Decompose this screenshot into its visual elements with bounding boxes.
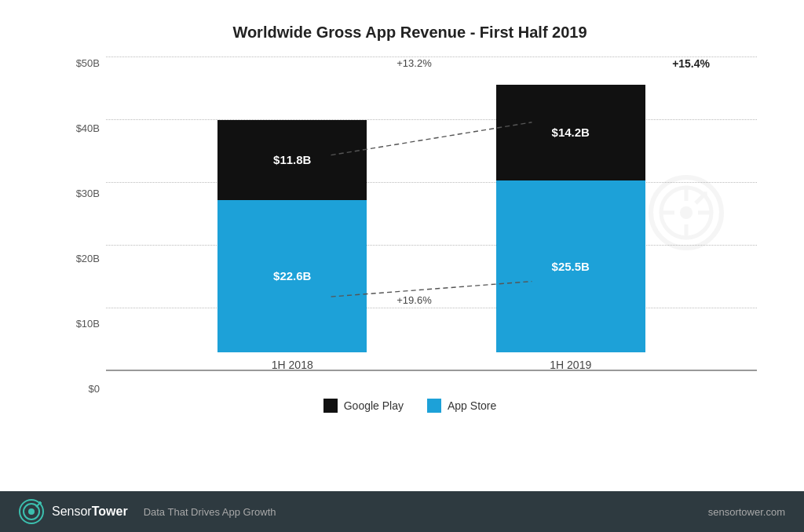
bar-group-2018: $22.6B $11.8B 1H 2018 xyxy=(217,120,367,371)
bar-2019-googleplay: $14.2B xyxy=(496,85,645,180)
footer-bar: SensorTower Data That Drives App Growth … xyxy=(0,491,804,532)
legend-box-googleplay xyxy=(323,399,338,413)
y-label-0: $0 xyxy=(63,383,106,395)
svg-point-4 xyxy=(680,206,693,219)
plot-area: $22.6B $11.8B 1H 2018 xyxy=(106,57,757,371)
y-label-40: $40B xyxy=(63,122,106,134)
sensortower-logo-icon xyxy=(19,499,44,524)
chart-area: Worldwide Gross App Revenue - First Half… xyxy=(0,0,804,491)
y-label-50: $50B xyxy=(63,57,106,69)
y-label-10: $10B xyxy=(63,318,106,330)
legend-box-appstore xyxy=(427,399,441,413)
legend-label-appstore: App Store xyxy=(448,399,496,412)
footer-left: SensorTower Data That Drives App Growth xyxy=(19,499,276,524)
svg-point-7 xyxy=(28,508,35,515)
chart-container: Worldwide Gross App Revenue - First Half… xyxy=(0,0,804,532)
footer-url: sensortower.com xyxy=(708,506,785,518)
grid-and-bars: $0 $10B $20B $30B $40B $50B xyxy=(63,57,757,395)
brand-sensor: Sensor xyxy=(52,505,92,518)
legend-item-appstore: App Store xyxy=(427,399,496,413)
growth-googleplay-label: +19.6% xyxy=(397,293,431,305)
bar-2018: $22.6B $11.8B xyxy=(217,120,367,352)
bar-group-2019: $25.5B $14.2B 1H 2019 xyxy=(496,85,645,371)
brand-tower: Tower xyxy=(92,505,128,518)
growth-appstore-label: +13.2% xyxy=(397,57,431,69)
legend-label-googleplay: Google Play xyxy=(344,399,404,412)
bar-2018-appstore: $22.6B xyxy=(217,200,367,352)
y-label-20: $20B xyxy=(63,253,106,264)
y-label-30: $30B xyxy=(63,188,106,199)
bar-2018-googleplay: $11.8B xyxy=(217,120,367,199)
x-axis-line xyxy=(106,370,757,371)
watermark xyxy=(647,173,725,255)
bar-2019-appstore: $25.5B xyxy=(496,180,645,352)
chart-title: Worldwide Gross App Revenue - First Half… xyxy=(63,24,757,42)
y-axis: $0 $10B $20B $30B $40B $50B xyxy=(63,57,106,395)
footer-tagline: Data That Drives App Growth xyxy=(144,506,276,518)
legend: Google Play App Store xyxy=(63,395,757,422)
bar-2019: $25.5B $14.2B xyxy=(496,85,645,352)
legend-item-googleplay: Google Play xyxy=(323,399,404,413)
growth-total-label: +15.4% xyxy=(672,57,710,70)
footer-brand: SensorTower xyxy=(52,505,128,519)
